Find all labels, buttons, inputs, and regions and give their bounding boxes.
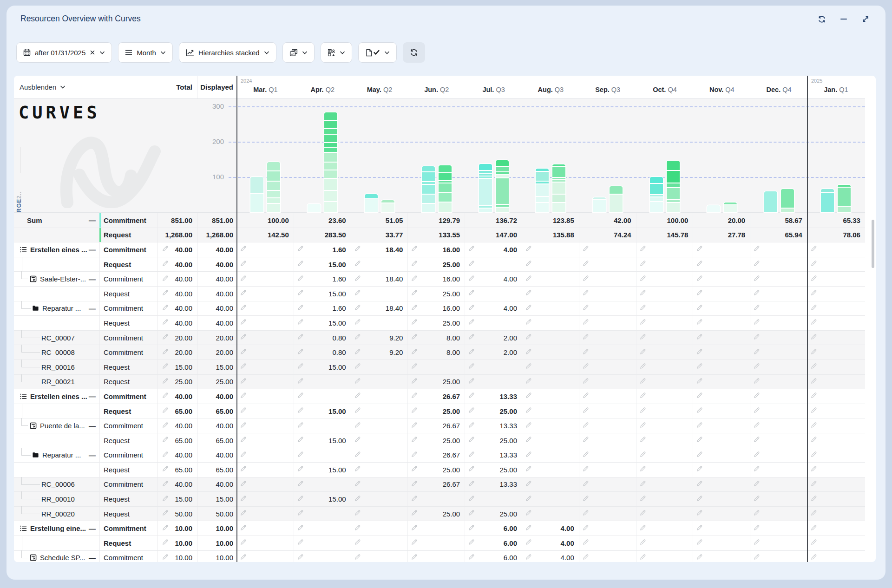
pencil-icon[interactable] (582, 260, 590, 269)
pencil-icon[interactable] (468, 553, 475, 562)
month-value-cell[interactable] (579, 463, 636, 477)
collapse-toggle[interactable]: — (89, 524, 96, 532)
month-value-cell[interactable]: 15.00 (294, 492, 351, 506)
pencil-icon[interactable] (411, 421, 418, 430)
month-value-cell[interactable] (579, 477, 636, 492)
pencil-icon[interactable] (696, 289, 703, 298)
total-cell[interactable]: 40.00 (158, 389, 197, 404)
month-value-cell[interactable] (522, 242, 579, 257)
month-value-cell[interactable]: 4.00 (465, 301, 522, 316)
month-value-cell[interactable] (522, 257, 579, 272)
total-cell[interactable]: 65.00 (158, 463, 197, 477)
pencil-icon[interactable] (411, 348, 418, 357)
pencil-icon[interactable] (639, 348, 647, 357)
month-value-cell[interactable] (750, 316, 807, 330)
month-value-cell[interactable] (408, 521, 465, 536)
pencil-icon[interactable] (468, 392, 475, 401)
pencil-icon[interactable] (468, 289, 475, 298)
month-value-cell[interactable]: 15.00 (294, 360, 351, 374)
expand-icon[interactable] (861, 15, 870, 23)
month-value-cell[interactable] (693, 521, 750, 536)
pencil-icon[interactable] (354, 539, 361, 548)
pencil-icon[interactable] (240, 510, 247, 518)
month-value-cell[interactable] (636, 331, 694, 345)
pencil-icon[interactable] (411, 319, 418, 327)
month-value-cell[interactable] (522, 272, 579, 286)
month-value-cell[interactable] (522, 360, 579, 374)
month-value-cell[interactable] (522, 477, 579, 492)
month-value-cell[interactable]: 8.00 (408, 331, 465, 345)
pencil-icon[interactable] (240, 539, 247, 548)
month-value-cell[interactable] (636, 360, 694, 374)
pencil-icon[interactable] (297, 480, 304, 489)
pencil-icon[interactable] (240, 451, 247, 459)
pencil-icon[interactable] (411, 510, 418, 518)
collapse-toggle[interactable]: — (89, 554, 96, 562)
row-name-cell[interactable]: Reparatur ...— (14, 448, 100, 463)
pencil-icon[interactable] (753, 407, 761, 416)
pencil-icon[interactable] (525, 510, 532, 518)
total-cell[interactable]: 40.00 (158, 272, 197, 286)
pencil-icon[interactable] (810, 480, 818, 489)
row-name-cell[interactable]: Erstellung eine...— (14, 521, 100, 536)
month-value-cell[interactable] (807, 536, 865, 550)
month-value-cell[interactable]: 1.60 (294, 301, 351, 316)
month-value-cell[interactable]: 16.00 (408, 242, 465, 257)
pencil-icon[interactable] (525, 289, 532, 298)
pencil-icon[interactable] (411, 392, 418, 401)
pencil-icon[interactable] (639, 260, 647, 269)
pencil-icon[interactable] (354, 436, 361, 445)
pencil-icon[interactable] (354, 333, 361, 342)
pencil-icon[interactable] (753, 392, 761, 401)
pencil-icon[interactable] (696, 465, 703, 474)
month-value-cell[interactable] (522, 404, 579, 418)
total-cell[interactable]: 10.00 (158, 536, 197, 550)
pencil-icon[interactable] (810, 524, 818, 533)
pencil-icon[interactable] (810, 333, 818, 342)
month-value-cell[interactable] (750, 492, 807, 506)
pencil-icon[interactable] (753, 553, 761, 562)
month-value-cell[interactable]: 9.20 (351, 345, 408, 359)
pencil-icon[interactable] (411, 436, 418, 445)
pencil-icon[interactable] (696, 319, 703, 327)
pencil-icon[interactable] (525, 377, 532, 386)
pencil-icon[interactable] (696, 245, 703, 254)
hide-column-header[interactable]: Ausblenden (14, 76, 100, 98)
month-value-cell[interactable] (807, 404, 865, 418)
pencil-icon[interactable] (696, 436, 703, 445)
pencil-icon[interactable] (354, 377, 361, 386)
pencil-icon[interactable] (753, 539, 761, 548)
date-filter-button[interactable]: after 01/31/2025 (16, 42, 112, 63)
pencil-icon[interactable] (468, 421, 475, 430)
month-value-cell[interactable] (807, 448, 865, 463)
month-value-cell[interactable] (693, 301, 750, 316)
month-value-cell[interactable] (636, 389, 694, 404)
month-value-cell[interactable] (294, 521, 351, 536)
month-value-cell[interactable] (579, 331, 636, 345)
pencil-icon[interactable] (468, 407, 475, 416)
pencil-icon[interactable] (297, 524, 304, 533)
month-value-cell[interactable] (693, 331, 750, 345)
month-value-cell[interactable]: 25.00 (408, 433, 465, 448)
month-value-cell[interactable] (693, 316, 750, 330)
month-value-cell[interactable] (636, 507, 694, 521)
pencil-icon[interactable] (525, 363, 532, 372)
month-value-cell[interactable]: 8.00 (408, 345, 465, 359)
month-value-cell[interactable] (750, 360, 807, 374)
pencil-icon[interactable] (525, 392, 532, 401)
month-value-cell[interactable] (693, 463, 750, 477)
pencil-icon[interactable] (468, 274, 475, 283)
month-value-cell[interactable] (465, 287, 522, 301)
pencil-icon[interactable] (810, 510, 818, 518)
minimize-icon[interactable] (840, 15, 848, 23)
pencil-icon[interactable] (525, 260, 532, 269)
month-value-cell[interactable] (408, 360, 465, 374)
month-value-cell[interactable] (579, 433, 636, 448)
row-name-cell[interactable]: Sum— (14, 213, 100, 228)
pencil-icon[interactable] (354, 451, 361, 459)
pencil-icon[interactable] (240, 274, 247, 283)
pencil-icon[interactable] (696, 333, 703, 342)
pencil-icon[interactable] (297, 539, 304, 548)
month-value-cell[interactable]: 4.00 (465, 242, 522, 257)
pencil-icon[interactable] (696, 524, 703, 533)
